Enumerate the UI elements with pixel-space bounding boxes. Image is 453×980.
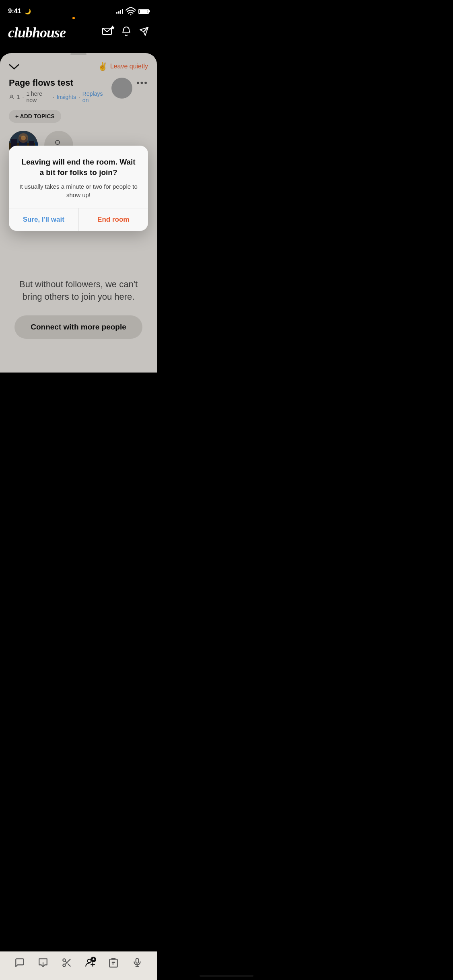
app-header: clubhouse [0,20,157,48]
svg-marker-2 [111,25,115,29]
dialog-title: Leaving will end the room. Wait a bit fo… [19,157,138,177]
mail-icon[interactable] [102,27,113,39]
moon-icon: 🌙 [25,8,31,14]
app-logo: clubhouse [8,24,66,41]
signal-bars [116,9,123,14]
battery-icon [138,9,149,14]
main-content: ✌️ Leave quietly Page flows test 1 · 1 h… [0,53,157,373]
status-icons [116,6,149,16]
dialog-subtitle: It usually takes a minute or two for peo… [19,182,138,199]
svg-point-0 [130,14,131,15]
end-room-button[interactable]: End room [79,208,148,231]
wifi-icon [126,6,136,16]
dialog-actions: Sure, I'll wait End room [9,208,148,231]
send-icon[interactable] [139,27,149,39]
sure-wait-button[interactable]: Sure, I'll wait [9,208,79,231]
leave-room-dialog: Leaving will end the room. Wait a bit fo… [9,146,148,231]
status-bar: 9:41 🌙 [0,0,157,20]
header-icons [102,26,149,39]
dialog-body: Leaving will end the room. Wait a bit fo… [9,146,148,208]
bell-icon[interactable] [121,26,131,39]
status-time: 9:41 [8,7,21,15]
orange-dot [72,17,75,19]
